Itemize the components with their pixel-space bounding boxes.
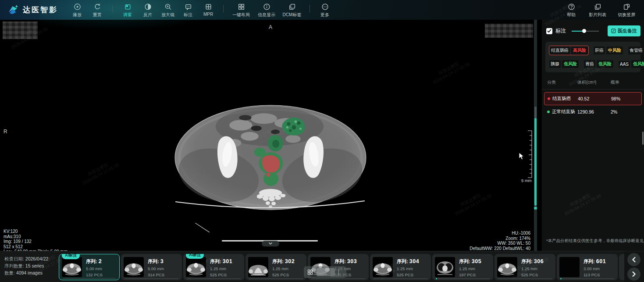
toolbar-play-button[interactable]: 播放 — [68, 2, 86, 18]
hu-value: HU:-1006 — [470, 231, 530, 236]
scrollbar-upper-segment — [534, 107, 537, 118]
annotation-toggle-label: 标注 — [555, 27, 566, 35]
risk-name: AAS — [619, 61, 630, 68]
slice-thickness: 1.25 mm — [397, 267, 419, 271]
toolbar-invert-button[interactable]: 反片 — [139, 2, 157, 18]
card-progress-line — [249, 278, 303, 279]
help-button[interactable]: 帮助 — [562, 2, 580, 18]
series-card-302[interactable]: 序列: 302 1.25 mm 525 PCS — [246, 254, 306, 280]
row-volume: 40.52 — [578, 96, 611, 101]
toolbar-mpr-button[interactable]: MPR — [199, 2, 217, 17]
series-label: 序列: — [210, 259, 221, 264]
series-label: 序列: — [148, 259, 159, 264]
image-stack-scrollbar[interactable] — [534, 20, 537, 251]
toolbar-label: 放大镜 — [161, 12, 174, 18]
table-row-normal[interactable]: 正常结直肠 1290.96 2% — [542, 105, 644, 118]
play-icon — [74, 3, 81, 11]
toolbar-label: 切换竖屏 — [618, 12, 635, 18]
default-window-values: DefaultWW: 220 DefaultWL: 40 — [470, 246, 530, 251]
series-thumbnail — [435, 257, 455, 277]
normal-dot — [547, 111, 550, 113]
slider-knob[interactable] — [582, 29, 586, 33]
toolbar-more-button[interactable]: 更多 — [316, 2, 334, 18]
image-count: 525 PCS — [521, 273, 544, 277]
series-number: 2 — [99, 258, 102, 264]
image-count-value: 4094 images — [16, 270, 43, 275]
risk-row: 胰腺 低风险 胃癌 低风险 AAS 低风险 — [549, 60, 637, 68]
risk-tag-colorectal[interactable]: 结直肠癌 高风险 — [549, 46, 589, 55]
series-card-3[interactable]: 序列: 3 5.00 mm 314 PCS — [121, 254, 182, 280]
series-card-partial[interactable] — [619, 254, 624, 280]
series-thumbnail — [497, 257, 517, 277]
panel-scrollbar[interactable] — [642, 132, 644, 145]
risk-tag-liver[interactable]: 肝癌 中风险 — [593, 46, 623, 55]
floating-bar-separator — [338, 269, 339, 275]
ai-annotation-badge: AI标注 — [186, 254, 204, 259]
series-card-301[interactable]: AI标注 序列: 301 1.25 mm 525 PCS — [183, 254, 244, 280]
card-progress-line — [560, 278, 614, 279]
series-card-306[interactable]: 序列: 306 1.25 mm 525 PCS — [495, 254, 555, 280]
mouse-cursor — [519, 152, 524, 160]
scrollbar-thumb[interactable] — [534, 118, 537, 206]
toolbar-right-group: 帮助 影片列表 切换竖屏 — [562, 2, 644, 18]
slice-thickness: 1.25 mm — [210, 267, 232, 271]
slider-track-empty — [584, 31, 599, 32]
doctor-note-button[interactable]: 医生备注 — [608, 25, 640, 36]
image-count: 525 PCS — [272, 273, 295, 277]
toolbar-reset-button[interactable]: 重置 — [89, 2, 106, 18]
risk-tag-stomach[interactable]: 胃癌 低风险 — [584, 60, 614, 68]
toolbar-layout-button[interactable]: 一键布局 — [230, 2, 253, 18]
app-title: 达医智影 — [23, 5, 58, 15]
toolbar-dcm-tag-button[interactable]: DCM标签 — [281, 2, 303, 18]
toolbar-label: 反片 — [143, 12, 152, 18]
header-category: 分类 — [547, 79, 577, 86]
toolbar-annotate-button[interactable]: 标注 — [179, 2, 197, 18]
risk-row: 结直肠癌 高风险 肝癌 中风险 食管癌 低风险 — [549, 46, 637, 55]
ct-viewport[interactable]: A R — [0, 20, 538, 251]
row-volume: 1290.96 — [577, 109, 611, 114]
series-number: 302 — [285, 258, 295, 264]
series-meta: 序列: 3 5.00 mm 314 PCS — [148, 257, 164, 277]
toolbar-label: 标注 — [184, 12, 192, 18]
mas-value: mAs:310 — [4, 234, 68, 239]
annotation-opacity-slider[interactable] — [572, 29, 599, 34]
toolbar-info-display-button[interactable]: 信息显示 — [255, 2, 278, 18]
risk-name: 胃癌 — [584, 60, 595, 68]
series-label: 序列: — [334, 259, 346, 264]
series-meta: 序列: 301 1.25 mm 525 PCS — [210, 257, 232, 277]
risk-tag-esophagus[interactable]: 食管癌 低风险 — [628, 46, 644, 55]
toolbar-label: 重置 — [93, 12, 102, 18]
card-progress-line — [498, 278, 552, 279]
risk-level-badge: 中风险 — [606, 46, 623, 54]
risk-tag-aas[interactable]: AAS 低风险 — [618, 60, 644, 68]
image-count: 132 PCS — [86, 273, 103, 277]
toolbar-label: 影片列表 — [589, 12, 606, 18]
chevron-left-icon — [632, 257, 636, 263]
table-row-lesion[interactable]: 结直肠癌 40.52 98% — [544, 92, 642, 105]
series-number: 305 — [472, 258, 481, 264]
risk-name: 肝癌 — [594, 46, 605, 54]
strip-collapse-button[interactable] — [262, 241, 279, 246]
toolbar-window-button[interactable]: 调窗 — [119, 2, 136, 18]
switch-screen-button[interactable]: 切换竖屏 — [615, 2, 638, 18]
risk-tag-pancreas[interactable]: 胰腺 低风险 — [549, 60, 579, 68]
row-probability: 98% — [611, 96, 641, 101]
image-index: Img: 109 / 132 — [4, 239, 68, 244]
series-next-button[interactable] — [627, 268, 640, 281]
series-label: 序列: — [397, 259, 408, 264]
strip-nav-zone — [624, 251, 644, 282]
image-count: 525 PCS — [397, 273, 419, 277]
toolbar-magnifier-button[interactable]: 放大镜 — [159, 2, 177, 18]
series-prev-button[interactable] — [627, 253, 640, 266]
series-card-601[interactable]: 序列: 601 3.00 mm 113 PCS — [557, 254, 618, 280]
risk-name: 食管癌 — [628, 46, 644, 54]
series-card-305[interactable]: 序列: 305 1.25 mm 197 PCS — [432, 254, 493, 280]
annotation-checkbox[interactable] — [546, 28, 552, 34]
series-card-304[interactable]: 序列: 304 1.25 mm 525 PCS — [370, 254, 431, 280]
film-list-button[interactable]: 影片列表 — [586, 2, 609, 18]
series-card-2[interactable]: AI标注 序列: 2 5.00 mm 132 PCS — [59, 254, 120, 280]
floating-layout-bar[interactable] — [304, 266, 346, 278]
series-number: 301 — [223, 258, 232, 264]
series-label: 序列: — [86, 259, 97, 264]
film-list-icon — [594, 3, 601, 11]
